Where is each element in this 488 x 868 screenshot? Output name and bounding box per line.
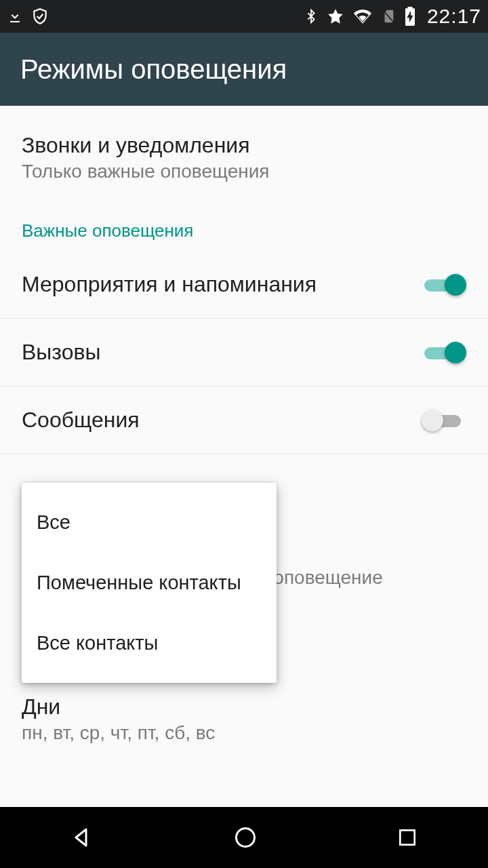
no-sim-icon xyxy=(381,7,396,25)
menu-item-starred-contacts[interactable]: Помеченные контакты xyxy=(22,553,277,613)
navigation-bar xyxy=(0,807,488,868)
section-important: Важные оповещения xyxy=(0,199,488,251)
bluetooth-icon xyxy=(304,7,319,25)
shield-check-icon xyxy=(31,7,49,25)
row-title: Звонки и уведомления xyxy=(22,133,466,158)
menu-item-all[interactable]: Все xyxy=(22,492,277,553)
row-title: Вызовы xyxy=(22,340,422,365)
row-events-reminders[interactable]: Мероприятия и напоминания xyxy=(0,251,488,319)
nav-home-button[interactable] xyxy=(233,825,258,850)
row-title: Сообщения xyxy=(22,408,422,433)
status-left xyxy=(7,7,49,25)
battery-charging-icon xyxy=(404,7,416,26)
row-messages[interactable]: Сообщения xyxy=(0,387,488,454)
row-subtitle: Только важные оповещения xyxy=(22,161,466,182)
row-subtitle: пн, вт, ср, чт, пт, сб, вс xyxy=(22,722,466,744)
download-icon xyxy=(7,8,23,24)
row-title: Дни xyxy=(22,694,466,719)
switch-messages[interactable] xyxy=(422,407,466,434)
app-bar: Режимы оповещения xyxy=(0,33,488,106)
nav-recent-button[interactable] xyxy=(396,827,418,848)
switch-calls[interactable] xyxy=(422,339,466,366)
switch-events-reminders[interactable] xyxy=(422,271,466,298)
wifi-icon xyxy=(352,7,373,25)
menu-item-all-contacts[interactable]: Все контакты xyxy=(22,613,277,673)
row-days[interactable]: Дни пн, вт, ср, чт, пт, сб, вс xyxy=(0,678,488,760)
row-calls[interactable]: Вызовы xyxy=(0,319,488,387)
svg-point-0 xyxy=(236,829,254,847)
dropdown-menu: Все Помеченные контакты Все контакты xyxy=(22,483,277,683)
star-icon xyxy=(327,7,344,25)
nav-back-button[interactable] xyxy=(70,825,94,850)
page-title: Режимы оповещения xyxy=(20,54,287,85)
svg-rect-1 xyxy=(401,830,415,844)
status-bar: 22:17 xyxy=(0,0,488,33)
row-calls-notifications[interactable]: Звонки и уведомления Только важные опове… xyxy=(0,106,488,199)
row-title: Мероприятия и напоминания xyxy=(22,272,422,297)
status-clock: 22:17 xyxy=(427,5,481,28)
status-right: 22:17 xyxy=(304,5,481,28)
